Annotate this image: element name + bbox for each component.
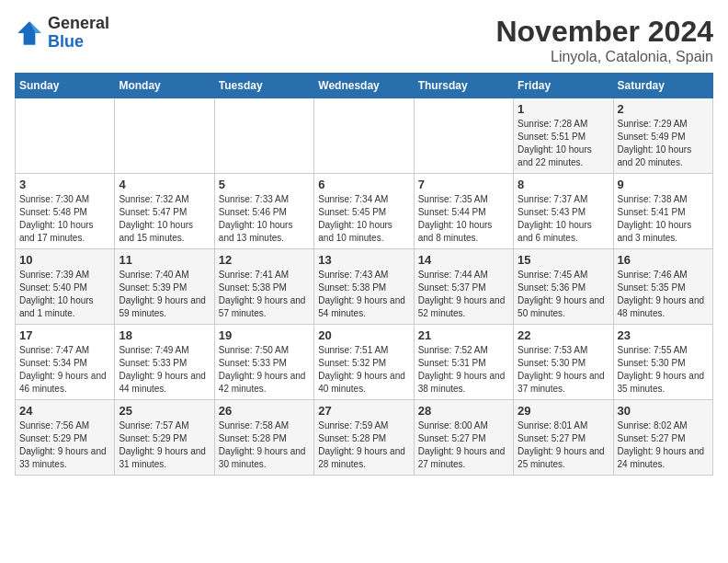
day-info: Sunrise: 7:55 AM Sunset: 5:30 PM Dayligh… [618, 344, 709, 396]
day-header-wednesday: Wednesday [314, 74, 414, 98]
day-number: 19 [219, 328, 310, 342]
day-info: Sunrise: 7:34 AM Sunset: 5:45 PM Dayligh… [318, 193, 409, 245]
day-number: 2 [618, 102, 709, 116]
day-info: Sunrise: 7:57 AM Sunset: 5:29 PM Dayligh… [119, 419, 210, 471]
day-cell: 26Sunrise: 7:58 AM Sunset: 5:28 PM Dayli… [214, 400, 313, 476]
day-info: Sunrise: 7:41 AM Sunset: 5:38 PM Dayligh… [219, 269, 310, 320]
day-cell: 1Sunrise: 7:28 AM Sunset: 5:51 PM Daylig… [514, 98, 613, 174]
day-number: 30 [618, 404, 709, 418]
day-cell: 2Sunrise: 7:29 AM Sunset: 5:49 PM Daylig… [613, 98, 712, 174]
day-number: 5 [219, 178, 310, 191]
logo: General Blue [15, 15, 109, 52]
day-info: Sunrise: 7:58 AM Sunset: 5:28 PM Dayligh… [219, 419, 310, 471]
day-number: 22 [518, 328, 609, 342]
day-number: 12 [219, 253, 310, 267]
day-info: Sunrise: 7:44 AM Sunset: 5:37 PM Dayligh… [418, 269, 509, 320]
day-info: Sunrise: 7:37 AM Sunset: 5:43 PM Dayligh… [518, 193, 609, 245]
day-cell: 24Sunrise: 7:56 AM Sunset: 5:29 PM Dayli… [16, 400, 115, 476]
day-cell [414, 98, 513, 174]
day-number: 25 [119, 404, 210, 418]
calendar-table: SundayMondayTuesdayWednesdayThursdayFrid… [15, 73, 713, 476]
day-number: 16 [618, 253, 709, 267]
day-info: Sunrise: 7:29 AM Sunset: 5:49 PM Dayligh… [618, 118, 709, 169]
day-info: Sunrise: 8:00 AM Sunset: 5:27 PM Dayligh… [418, 419, 509, 471]
day-number: 26 [219, 404, 310, 418]
calendar-header-row: SundayMondayTuesdayWednesdayThursdayFrid… [16, 74, 713, 98]
day-cell: 21Sunrise: 7:52 AM Sunset: 5:31 PM Dayli… [414, 325, 513, 400]
day-number: 15 [518, 253, 609, 267]
day-cell: 8Sunrise: 7:37 AM Sunset: 5:43 PM Daylig… [514, 174, 613, 249]
day-cell: 3Sunrise: 7:30 AM Sunset: 5:48 PM Daylig… [16, 174, 115, 249]
day-cell: 7Sunrise: 7:35 AM Sunset: 5:44 PM Daylig… [414, 174, 513, 249]
calendar-body: 1Sunrise: 7:28 AM Sunset: 5:51 PM Daylig… [16, 98, 713, 476]
day-info: Sunrise: 7:30 AM Sunset: 5:48 PM Dayligh… [19, 193, 110, 245]
day-number: 24 [19, 404, 110, 418]
day-number: 10 [19, 253, 110, 267]
day-info: Sunrise: 8:01 AM Sunset: 5:27 PM Dayligh… [518, 419, 609, 471]
week-row-2: 3Sunrise: 7:30 AM Sunset: 5:48 PM Daylig… [16, 174, 713, 249]
day-cell: 12Sunrise: 7:41 AM Sunset: 5:38 PM Dayli… [214, 249, 313, 325]
day-cell: 18Sunrise: 7:49 AM Sunset: 5:33 PM Dayli… [115, 325, 214, 400]
day-info: Sunrise: 7:59 AM Sunset: 5:28 PM Dayligh… [318, 419, 409, 471]
day-number: 28 [418, 404, 509, 418]
day-header-thursday: Thursday [414, 74, 513, 98]
week-row-4: 17Sunrise: 7:47 AM Sunset: 5:34 PM Dayli… [16, 325, 713, 400]
day-number: 21 [418, 328, 509, 342]
day-info: Sunrise: 7:56 AM Sunset: 5:29 PM Dayligh… [19, 419, 110, 471]
day-info: Sunrise: 7:50 AM Sunset: 5:33 PM Dayligh… [219, 344, 310, 396]
month-title: November 2024 [495, 15, 713, 49]
location-title: Linyola, Catalonia, Spain [495, 49, 713, 65]
day-info: Sunrise: 7:47 AM Sunset: 5:34 PM Dayligh… [19, 344, 110, 396]
day-cell [16, 98, 115, 174]
day-number: 11 [119, 253, 210, 267]
day-number: 17 [19, 328, 110, 342]
day-cell: 29Sunrise: 8:01 AM Sunset: 5:27 PM Dayli… [514, 400, 613, 476]
day-cell: 23Sunrise: 7:55 AM Sunset: 5:30 PM Dayli… [613, 325, 712, 400]
day-info: Sunrise: 7:52 AM Sunset: 5:31 PM Dayligh… [418, 344, 509, 396]
title-area: November 2024 Linyola, Catalonia, Spain [495, 15, 713, 65]
day-cell: 25Sunrise: 7:57 AM Sunset: 5:29 PM Dayli… [115, 400, 214, 476]
day-cell: 4Sunrise: 7:32 AM Sunset: 5:47 PM Daylig… [115, 174, 214, 249]
day-header-tuesday: Tuesday [214, 74, 313, 98]
day-info: Sunrise: 7:53 AM Sunset: 5:30 PM Dayligh… [518, 344, 609, 396]
day-info: Sunrise: 7:45 AM Sunset: 5:36 PM Dayligh… [518, 269, 609, 320]
day-number: 7 [418, 178, 509, 191]
day-number: 3 [19, 178, 110, 191]
day-cell [314, 98, 414, 174]
day-cell: 27Sunrise: 7:59 AM Sunset: 5:28 PM Dayli… [314, 400, 414, 476]
day-cell: 14Sunrise: 7:44 AM Sunset: 5:37 PM Dayli… [414, 249, 513, 325]
day-info: Sunrise: 7:38 AM Sunset: 5:41 PM Dayligh… [618, 193, 709, 245]
day-info: Sunrise: 7:33 AM Sunset: 5:46 PM Dayligh… [219, 193, 310, 245]
day-number: 27 [318, 404, 409, 418]
day-cell: 28Sunrise: 8:00 AM Sunset: 5:27 PM Dayli… [414, 400, 513, 476]
day-number: 9 [618, 178, 709, 191]
day-header-monday: Monday [115, 74, 214, 98]
day-cell: 17Sunrise: 7:47 AM Sunset: 5:34 PM Dayli… [16, 325, 115, 400]
day-number: 23 [618, 328, 709, 342]
day-number: 29 [518, 404, 609, 418]
day-info: Sunrise: 8:02 AM Sunset: 5:27 PM Dayligh… [618, 419, 709, 471]
day-cell: 10Sunrise: 7:39 AM Sunset: 5:40 PM Dayli… [16, 249, 115, 325]
day-header-saturday: Saturday [613, 74, 712, 98]
header: General Blue November 2024 Linyola, Cata… [15, 15, 713, 65]
day-info: Sunrise: 7:39 AM Sunset: 5:40 PM Dayligh… [19, 269, 110, 320]
day-number: 8 [518, 178, 609, 191]
day-cell: 13Sunrise: 7:43 AM Sunset: 5:38 PM Dayli… [314, 249, 414, 325]
day-info: Sunrise: 7:51 AM Sunset: 5:32 PM Dayligh… [318, 344, 409, 396]
day-cell: 6Sunrise: 7:34 AM Sunset: 5:45 PM Daylig… [314, 174, 414, 249]
day-number: 13 [318, 253, 409, 267]
logo-text: General Blue [48, 15, 109, 52]
day-info: Sunrise: 7:32 AM Sunset: 5:47 PM Dayligh… [119, 193, 210, 245]
day-cell: 11Sunrise: 7:40 AM Sunset: 5:39 PM Dayli… [115, 249, 214, 325]
day-number: 14 [418, 253, 509, 267]
day-cell: 16Sunrise: 7:46 AM Sunset: 5:35 PM Dayli… [613, 249, 712, 325]
day-info: Sunrise: 7:35 AM Sunset: 5:44 PM Dayligh… [418, 193, 509, 245]
day-number: 4 [119, 178, 210, 191]
day-info: Sunrise: 7:43 AM Sunset: 5:38 PM Dayligh… [318, 269, 409, 320]
logo-icon [15, 18, 44, 48]
day-cell: 9Sunrise: 7:38 AM Sunset: 5:41 PM Daylig… [613, 174, 712, 249]
day-info: Sunrise: 7:40 AM Sunset: 5:39 PM Dayligh… [119, 269, 210, 320]
day-cell: 15Sunrise: 7:45 AM Sunset: 5:36 PM Dayli… [514, 249, 613, 325]
day-number: 1 [518, 102, 609, 116]
day-info: Sunrise: 7:49 AM Sunset: 5:33 PM Dayligh… [119, 344, 210, 396]
